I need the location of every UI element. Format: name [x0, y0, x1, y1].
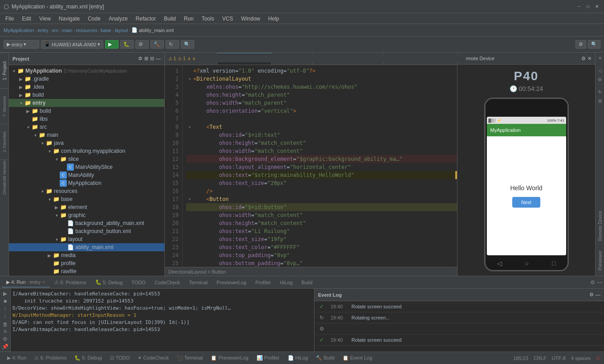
project-close-icon[interactable]: —	[156, 56, 161, 61]
tree-item-libs[interactable]: 📁 libs	[9, 115, 164, 123]
filter-button[interactable]: ≡	[1, 328, 10, 335]
tree-item-entry[interactable]: ▾ 📁 entry	[9, 99, 164, 107]
sync-button[interactable]: ↻	[166, 40, 179, 49]
menu-item-file[interactable]: File	[2, 15, 17, 23]
warning-icon[interactable]: ⚠	[596, 355, 600, 361]
tree-item-gradle[interactable]: ▶ 📁 .gradle	[9, 75, 164, 83]
tree-item-myapplication-class[interactable]: C MyApplication	[9, 179, 164, 187]
project-expand-icon[interactable]: ⊞	[144, 56, 148, 61]
tab-problems[interactable]: ⚠ 6: Problems	[50, 278, 91, 287]
tree-item-bg-button[interactable]: 📄 background_button.xml	[9, 227, 164, 235]
tree-item-graphic[interactable]: ▾ 📁 graphic	[9, 211, 164, 219]
tree-item-com[interactable]: ▾ 📁 com.liruilong.myapplication	[9, 147, 164, 155]
device-dropdown[interactable]: 📱 HUAWEI ANA-AN00 ▾	[41, 40, 103, 49]
status-tab-profiler[interactable]: 📊 Profiler	[253, 354, 283, 362]
tree-item-slice[interactable]: ▾ 📁 slice	[9, 155, 164, 163]
back-nav-icon[interactable]: ◁	[497, 260, 502, 267]
run-play-button[interactable]: ▶	[1, 290, 10, 297]
right-tool-5[interactable]: ⊞	[596, 97, 604, 104]
remote-close-icon[interactable]: ✕	[588, 56, 592, 61]
menu-item-analyze[interactable]: Analyze	[105, 15, 131, 23]
tree-item-root[interactable]: ▾ 📁 MyApplication D:\HarmonyCode\MyAppli…	[9, 67, 164, 75]
cursor-position[interactable]: 185:23	[513, 356, 528, 361]
tree-item-build-entry[interactable]: ▶ 📁 build	[9, 107, 164, 115]
menu-item-window[interactable]: Window	[237, 15, 264, 23]
run-tab-close[interactable]: ✕	[42, 280, 45, 285]
bottom-settings-icon[interactable]: ⚙	[590, 279, 595, 286]
scroll-up-button[interactable]: ↑	[1, 305, 10, 312]
minimize-button[interactable]: −	[575, 3, 583, 10]
project-settings-icon[interactable]: ⚙	[138, 56, 143, 61]
tab-previewerlog[interactable]: PreviewerLog	[212, 278, 251, 287]
status-tab-build[interactable]: 🔨 Build	[312, 354, 338, 362]
tree-item-mainabilityslice[interactable]: C MainAbilitySlice	[9, 163, 164, 171]
recents-nav-icon[interactable]: □	[552, 260, 555, 267]
tree-item-build[interactable]: ▶ 📁 build	[9, 91, 164, 99]
status-tab-debug[interactable]: 🐛 5: Debug	[71, 354, 106, 362]
tab-terminal[interactable]: Terminal	[184, 278, 212, 287]
close-button[interactable]: ✕	[593, 3, 600, 10]
previewer-rotate[interactable]: ↻	[596, 88, 604, 95]
run-config-dropdown[interactable]: ▶ entry ▾	[4, 40, 39, 49]
status-tab-previewerlog[interactable]: 📋 PreviewerLog	[207, 354, 252, 362]
remote-device-side-label[interactable]: Remote Device	[596, 208, 604, 244]
tab-codecheck[interactable]: CodeCheck	[150, 278, 184, 287]
tab-build[interactable]: Build	[297, 278, 317, 287]
event-close-icon[interactable]: —	[596, 292, 600, 298]
menu-item-edit[interactable]: Edit	[18, 15, 35, 23]
breadcrumb-item[interactable]: src	[52, 28, 58, 33]
status-tab-todo[interactable]: ☑ TODO	[106, 354, 133, 362]
tree-item-bg-ability[interactable]: 📄 background_ability_main.xml	[9, 219, 164, 227]
right-tool-expand[interactable]: ◁	[596, 67, 604, 74]
tab-debug[interactable]: 🐛 5: Debug	[91, 278, 127, 287]
breadcrumb-item[interactable]: main	[62, 28, 73, 33]
tree-item-main[interactable]: ▾ 📁 main	[9, 131, 164, 139]
settings-log-button[interactable]: ⚙	[1, 336, 10, 343]
scroll-down-button[interactable]: ↓	[1, 313, 10, 319]
tree-item-mainability[interactable]: C MainAbility	[9, 171, 164, 179]
search-button[interactable]: 🔍	[181, 40, 194, 49]
project-collapse-icon[interactable]: ⊟	[150, 56, 154, 61]
indent[interactable]: 4 spaces	[571, 356, 591, 361]
clear-log-button[interactable]: 🗑	[1, 321, 10, 328]
home-nav-icon[interactable]: ○	[525, 260, 529, 267]
tree-item-config-json[interactable]: 📄 config.json	[9, 275, 164, 276]
menu-item-vcs[interactable]: VCS	[219, 15, 237, 23]
event-settings-icon[interactable]: ⚙	[589, 292, 594, 298]
status-tab-terminal[interactable]: ⬛ Terminal	[173, 354, 206, 362]
next-button[interactable]: Next	[512, 197, 540, 208]
status-tab-problems[interactable]: ⚠ 6: Problems	[31, 354, 70, 362]
menu-item-tools[interactable]: Tools	[198, 15, 218, 23]
status-tab-run[interactable]: ▶ 4: Run	[4, 354, 30, 362]
tab-hilog[interactable]: HiLog	[275, 278, 297, 287]
menu-item-code[interactable]: Code	[84, 15, 104, 23]
encoding[interactable]: UTF-8	[552, 356, 566, 361]
run-stop-button[interactable]: ■	[1, 298, 10, 305]
debug-button[interactable]: 🐛	[120, 40, 134, 49]
tab-run[interactable]: ▶ 4: Run : entry ✕	[2, 278, 50, 287]
event-settings-icon[interactable]: ⚙	[318, 325, 325, 332]
breadcrumb-item[interactable]: layout	[115, 28, 128, 33]
tab-profiler[interactable]: Profiler	[251, 278, 275, 287]
tree-item-ability-main-xml[interactable]: 📄 ability_main.xml	[9, 243, 164, 251]
bottom-close-icon[interactable]: —	[597, 279, 602, 286]
tree-item-resources[interactable]: ▾ 📁 resources	[9, 187, 164, 195]
breadcrumb-item[interactable]: entry	[37, 28, 48, 33]
tree-item-idea[interactable]: ▶ 📁 .idea	[9, 83, 164, 91]
breadcrumb-item[interactable]: resources	[76, 28, 97, 33]
tab-todo[interactable]: TODO	[127, 278, 150, 287]
build-button[interactable]: 🔨	[151, 40, 164, 49]
status-tab-eventlog[interactable]: 📋 Event Log	[339, 354, 376, 362]
pin-button[interactable]: 📌	[1, 343, 10, 350]
remote-settings-icon[interactable]: ⚙	[581, 56, 586, 61]
status-tab-hilog[interactable]: 📄 HiLog	[284, 354, 312, 362]
tree-item-layout[interactable]: ▾ 📁 layout	[9, 235, 164, 243]
menu-item-refactor[interactable]: Refactor	[132, 15, 159, 23]
settings-button[interactable]: ⚙	[575, 40, 586, 49]
menu-item-help[interactable]: Help	[265, 15, 283, 23]
side-tab-favorites[interactable]: 2: Favorites	[0, 124, 9, 160]
side-tab-project[interactable]: 1: Project	[0, 53, 9, 88]
search-everywhere-button[interactable]: 🔍	[588, 40, 600, 49]
status-tab-codecheck[interactable]: ✦ CodeCheck	[134, 354, 172, 362]
run-button[interactable]: ▶	[105, 40, 118, 49]
